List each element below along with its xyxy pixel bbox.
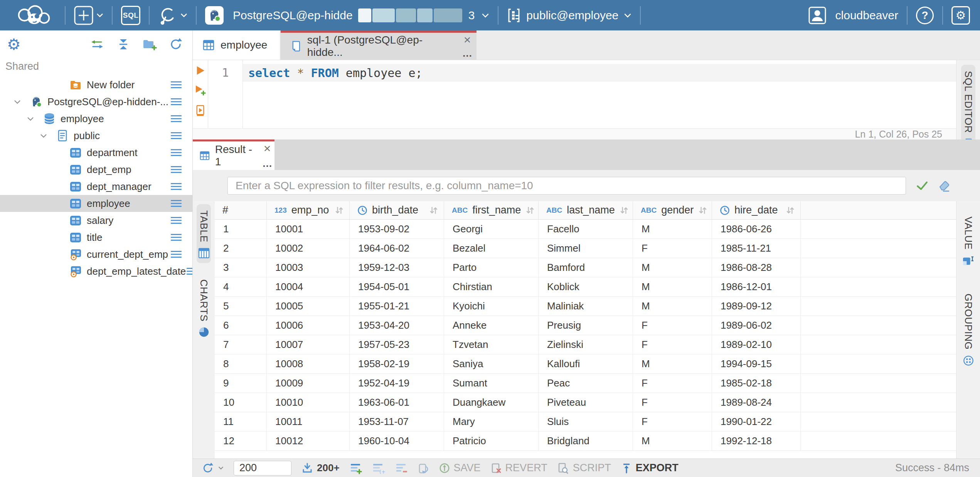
column-header[interactable]: ABC first_name bbox=[444, 201, 539, 219]
grid-cell[interactable]: Duangkaew bbox=[444, 393, 539, 412]
schema-selector[interactable]: public@employee bbox=[507, 7, 631, 24]
item-menu-icon[interactable] bbox=[170, 80, 182, 89]
sidebar-item-public[interactable]: public bbox=[0, 127, 192, 144]
chevron-down-icon[interactable] bbox=[40, 134, 56, 138]
grid-cell[interactable]: 1989-08-24 bbox=[712, 393, 801, 412]
sidebar-item-current-dept-emp[interactable]: current_dept_emp bbox=[0, 246, 192, 263]
table-row[interactable]: 12100121960-10-04PatricioBridglandM1992-… bbox=[215, 432, 956, 451]
grid-cell[interactable]: Piveteau bbox=[539, 393, 633, 412]
item-menu-icon[interactable] bbox=[170, 216, 182, 225]
grid-cell[interactable]: Kyoichi bbox=[444, 297, 539, 316]
grid-cell[interactable]: 10001 bbox=[267, 220, 350, 238]
grid-cell[interactable]: F bbox=[633, 316, 712, 335]
grid-cell[interactable]: M bbox=[633, 220, 712, 238]
refresh-icon[interactable] bbox=[169, 38, 182, 51]
table-row[interactable]: 8100081958-02-19SaniyaKalloufiM1994-09-1… bbox=[215, 354, 956, 374]
grid-cell[interactable]: Mary bbox=[444, 412, 539, 431]
apply-filter-check-icon[interactable] bbox=[916, 181, 928, 191]
tab-charts-presentation[interactable]: CHARTS bbox=[197, 273, 211, 342]
row-number-cell[interactable]: 5 bbox=[215, 297, 267, 316]
grid-cell[interactable]: M bbox=[633, 297, 712, 316]
grid-cell[interactable]: 1954-05-01 bbox=[350, 277, 444, 296]
grid-cell[interactable]: 1985-02-18 bbox=[712, 374, 801, 393]
item-menu-icon[interactable] bbox=[170, 233, 182, 242]
more-icon[interactable]: … bbox=[262, 161, 272, 167]
execute-script-icon[interactable] bbox=[195, 105, 205, 116]
table-row[interactable]: 10100101963-06-01DuangkaewPiveteauF1989-… bbox=[215, 393, 956, 412]
grid-cell[interactable]: 1953-11-07 bbox=[350, 412, 444, 431]
grid-cell[interactable]: Simmel bbox=[539, 239, 633, 258]
item-menu-icon[interactable] bbox=[170, 148, 182, 157]
grid-cell[interactable]: Tzvetan bbox=[444, 335, 539, 354]
grid-cell[interactable]: 1960-10-04 bbox=[350, 432, 444, 450]
grid-cell[interactable]: Saniya bbox=[444, 354, 539, 373]
column-header[interactable]: ABC last_name bbox=[539, 201, 633, 219]
grid-cell[interactable]: 10011 bbox=[267, 412, 350, 431]
grid-cell[interactable]: F bbox=[633, 393, 712, 412]
row-number-cell[interactable]: 8 bbox=[215, 354, 267, 373]
grid-cell[interactable]: Sluis bbox=[539, 412, 633, 431]
add-row-icon[interactable] bbox=[350, 462, 362, 474]
revert-button[interactable]: REVERT bbox=[491, 462, 547, 474]
grid-cell[interactable]: F bbox=[633, 239, 712, 258]
row-number-cell[interactable]: 1 bbox=[215, 220, 267, 238]
grid-cell[interactable]: M bbox=[633, 354, 712, 373]
row-number-cell[interactable]: 12 bbox=[215, 432, 267, 450]
sidebar-item-dept-emp-latest-date[interactable]: dept_emp_latest_date bbox=[0, 263, 192, 280]
tab-value-panel[interactable]: VALUE bbox=[961, 210, 976, 270]
tab-result-1[interactable]: Result - 1 × … bbox=[193, 139, 274, 170]
table-row[interactable]: 1100011953-09-02GeorgiFacelloM1986-06-26 bbox=[215, 220, 956, 239]
column-header[interactable]: ABC gender bbox=[633, 201, 712, 219]
item-menu-icon[interactable] bbox=[170, 131, 182, 140]
tab-sql-editor-vertical[interactable]: SQL EDITOR bbox=[961, 65, 975, 152]
new-folder-icon[interactable] bbox=[142, 38, 157, 50]
item-menu-icon[interactable] bbox=[170, 250, 182, 259]
item-menu-icon[interactable] bbox=[170, 182, 182, 191]
new-object-button[interactable] bbox=[74, 6, 103, 25]
row-number-cell[interactable]: 2 bbox=[215, 239, 267, 258]
grid-cell[interactable]: 1952-04-19 bbox=[350, 374, 444, 393]
grid-cell[interactable]: M bbox=[633, 277, 712, 296]
grid-cell[interactable]: 1959-12-03 bbox=[350, 258, 444, 277]
delete-row-icon[interactable] bbox=[395, 462, 407, 474]
sidebar-item-new-folder[interactable]: New folder bbox=[0, 76, 192, 93]
filter-input[interactable] bbox=[227, 177, 906, 195]
grid-cell[interactable]: 10002 bbox=[267, 239, 350, 258]
grid-cell[interactable]: 10005 bbox=[267, 297, 350, 316]
sql-editor-button[interactable]: SQL bbox=[121, 6, 140, 25]
sidebar-item-dept-emp[interactable]: dept_emp bbox=[0, 161, 192, 178]
grid-cell[interactable]: Facello bbox=[539, 220, 633, 238]
sort-icon[interactable] bbox=[698, 206, 707, 215]
grid-cell[interactable]: Bamford bbox=[539, 258, 633, 277]
grid-cell[interactable]: Koblick bbox=[539, 277, 633, 296]
column-header[interactable]: # bbox=[215, 201, 267, 219]
grid-cell[interactable]: Parto bbox=[444, 258, 539, 277]
grid-cell[interactable]: 1989-09-12 bbox=[712, 297, 801, 316]
grid-cell[interactable]: 10007 bbox=[267, 335, 350, 354]
grid-cell[interactable]: 1986-12-01 bbox=[712, 277, 801, 296]
table-row[interactable]: 9100091952-04-19SumantPeacF1985-02-18 bbox=[215, 374, 956, 393]
item-menu-icon[interactable] bbox=[170, 97, 182, 106]
fetch-more-button[interactable]: 200+ bbox=[301, 462, 340, 474]
grid-cell[interactable]: 1953-04-20 bbox=[350, 316, 444, 335]
grid-cell[interactable]: 10009 bbox=[267, 374, 350, 393]
grid-cell[interactable]: Anneke bbox=[444, 316, 539, 335]
sql-statement[interactable]: select * FROM employee e; bbox=[243, 64, 956, 82]
duplicate-row-icon[interactable]: (+) bbox=[372, 462, 385, 474]
item-menu-icon[interactable] bbox=[170, 114, 182, 123]
row-number-cell[interactable]: 9 bbox=[215, 374, 267, 393]
grid-cell[interactable]: 1955-01-21 bbox=[350, 297, 444, 316]
code-area[interactable]: select * FROM employee e; bbox=[243, 60, 956, 128]
grid-cell[interactable]: 1986-06-26 bbox=[712, 220, 801, 238]
connection-selector[interactable]: PostgreSQL@ep-hidde 3 bbox=[205, 6, 489, 25]
grid-cell[interactable]: 1986-08-28 bbox=[712, 258, 801, 277]
collapse-all-icon[interactable] bbox=[117, 38, 130, 51]
sidebar-item-employee[interactable]: employee bbox=[0, 195, 192, 212]
column-header[interactable]: hire_date bbox=[712, 201, 801, 219]
driver-manager-button[interactable] bbox=[158, 6, 187, 25]
sidebar-item-salary[interactable]: salary bbox=[0, 212, 192, 229]
column-header[interactable]: 123 emp_no bbox=[267, 201, 350, 219]
grid-cell[interactable]: 1990-01-22 bbox=[712, 412, 801, 431]
help-button[interactable]: ? bbox=[916, 7, 934, 24]
column-header[interactable]: birth_date bbox=[350, 201, 444, 219]
